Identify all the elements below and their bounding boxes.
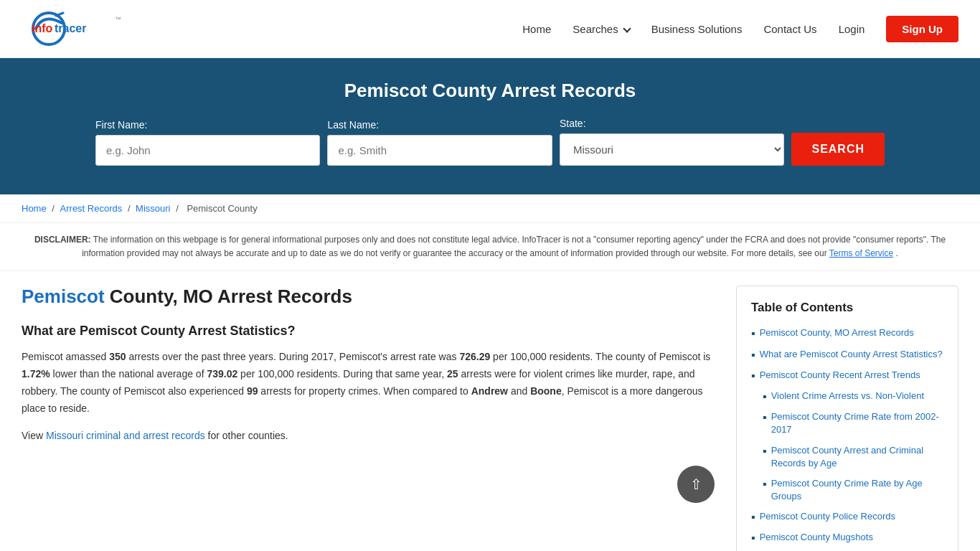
nav-login[interactable]: Login <box>839 23 865 35</box>
breadcrumb-arrest-records[interactable]: Arrest Records <box>60 203 123 214</box>
view-text: View <box>22 430 46 441</box>
breadcrumb-home[interactable]: Home <box>22 203 47 214</box>
nav-home[interactable]: Home <box>522 23 551 35</box>
svg-text:tracer: tracer <box>55 22 86 34</box>
nav-contact-us[interactable]: Contact Us <box>763 23 816 35</box>
lower-pct: 1.72% <box>22 368 50 380</box>
nav-business-solutions[interactable]: Business Solutions <box>651 23 743 35</box>
scroll-top-button[interactable]: ⇧ <box>677 466 715 503</box>
p1-compare-mid: and <box>508 385 530 397</box>
article-title-highlight: Pemiscot <box>22 286 105 307</box>
toc-heading: Table of Contents <box>751 301 943 315</box>
main-nav: Home Searches Business Solutions Contact… <box>522 16 958 42</box>
toc-link[interactable]: Pemiscot County Crime Rate by Age Groups <box>771 477 943 503</box>
property-count: 99 <box>247 385 258 397</box>
violent-count: 25 <box>447 368 458 380</box>
article-title-rest: County, MO Arrest Records <box>105 286 352 307</box>
logo-area: info tracer ™ <box>22 7 136 50</box>
main-content: Pemiscot County, MO Arrest Records What … <box>0 271 980 551</box>
article-title: Pemiscot County, MO Arrest Records <box>22 286 715 308</box>
header: info tracer ™ Home Searches Business Sol… <box>0 0 980 58</box>
toc-item: Pemiscot County Police Records <box>751 510 943 524</box>
disclaimer-text: The information on this webpage is for g… <box>82 235 946 258</box>
p1-mid6: arrests for property crimes. When compar… <box>258 385 471 397</box>
toc-link[interactable]: Pemiscot County Police Records <box>760 510 895 523</box>
disclaimer-label: DISCLAIMER: <box>34 235 91 245</box>
chevron-down-icon <box>623 24 631 32</box>
state-select[interactable]: AlabamaAlaskaArizonaArkansasCaliforniaCo… <box>560 133 784 166</box>
p1-pre: Pemiscot amassed <box>22 351 109 362</box>
toc-item: Pemiscot County Crime Rate from 2002-201… <box>751 410 943 436</box>
toc-link[interactable]: Pemiscot County Crime Rate from 2002-201… <box>771 410 943 436</box>
last-name-input[interactable] <box>327 135 552 166</box>
toc-item: Pemiscot County Recent Arrest Trends <box>751 369 943 382</box>
state-group: State: AlabamaAlaskaArizonaArkansasCalif… <box>560 118 784 166</box>
toc-item: Pemiscot County Arrest and Criminal Reco… <box>751 444 943 470</box>
breadcrumb-sep1: / <box>52 203 57 214</box>
toc-item: Pemiscot County Crime Rate by Age Groups <box>751 477 943 503</box>
national-avg: 739.02 <box>207 368 237 380</box>
first-name-group: First Name: <box>95 119 320 166</box>
nav-searches[interactable]: Searches <box>573 23 629 35</box>
search-button[interactable]: SEARCH <box>791 133 885 166</box>
svg-text:info: info <box>32 22 53 34</box>
toc-item: Violent Crime Arrests vs. Non-Violent <box>751 390 943 403</box>
stats-heading: What are Pemiscot County Arrest Statisti… <box>22 324 715 339</box>
hero-section: Pemiscot County Arrest Records First Nam… <box>0 58 980 194</box>
p1-mid4: per 100,000 residents. During that same … <box>237 368 447 380</box>
svg-text:™: ™ <box>115 16 121 23</box>
toc-link[interactable]: Pemiscot County Arrest and Criminal Reco… <box>771 444 943 470</box>
first-name-input[interactable] <box>95 135 320 166</box>
compare2: Boone <box>530 385 562 397</box>
compare1: Andrew <box>471 385 508 397</box>
p1-mid2: per 100,000 residents. The county of Pem… <box>490 351 710 362</box>
toc-link[interactable]: Pemiscot County, MO Arrest Records <box>760 326 914 339</box>
disclaimer-tos-link[interactable]: Terms of Service <box>829 248 893 258</box>
breadcrumb-sep2: / <box>128 203 133 214</box>
article-view-paragraph: View Missouri criminal and arrest record… <box>22 428 715 445</box>
disclaimer-tos-end: . <box>896 248 898 258</box>
state-label: State: <box>560 118 586 129</box>
p1-mid3: lower than the national average of <box>50 368 207 380</box>
logo: info tracer ™ <box>22 7 136 50</box>
view-end: for other counties. <box>205 430 288 441</box>
toc-list: Pemiscot County, MO Arrest RecordsWhat a… <box>751 326 943 545</box>
arrests-count: 350 <box>109 351 126 362</box>
nav-signup-button[interactable]: Sign Up <box>886 16 958 42</box>
view-records-link[interactable]: Missouri criminal and arrest records <box>46 430 205 441</box>
toc-link[interactable]: What are Pemiscot County Arrest Statisti… <box>760 348 943 361</box>
breadcrumb-sep3: / <box>176 203 181 214</box>
toc-link[interactable]: Violent Crime Arrests vs. Non-Violent <box>771 390 924 402</box>
hero-title: Pemiscot County Arrest Records <box>14 80 966 102</box>
breadcrumb-pemiscot: Pemiscot County <box>187 203 257 214</box>
arrest-rate: 726.29 <box>459 351 490 362</box>
article: Pemiscot County, MO Arrest Records What … <box>22 286 736 503</box>
toc-item: Pemiscot County, MO Arrest Records <box>751 326 943 340</box>
toc-link[interactable]: Pemiscot County Recent Arrest Trends <box>760 369 920 382</box>
p1-mid1: arrests over the past three years. Durin… <box>126 351 460 362</box>
breadcrumb-missouri[interactable]: Missouri <box>136 203 170 214</box>
disclaimer: DISCLAIMER: The information on this webp… <box>0 223 980 271</box>
first-name-label: First Name: <box>95 119 147 131</box>
sidebar-toc: Table of Contents Pemiscot County, MO Ar… <box>736 286 958 551</box>
svg-line-4 <box>56 13 63 16</box>
search-form: First Name: Last Name: State: AlabamaAla… <box>95 118 885 166</box>
breadcrumb: Home / Arrest Records / Missouri / Pemis… <box>0 194 980 223</box>
toc-item: What are Pemiscot County Arrest Statisti… <box>751 348 943 362</box>
toc-link[interactable]: Pemiscot County Mugshots <box>760 531 873 544</box>
article-paragraph1: Pemiscot amassed 350 arrests over the pa… <box>22 349 715 417</box>
last-name-group: Last Name: <box>327 119 552 166</box>
toc-item: Pemiscot County Mugshots <box>751 531 943 545</box>
last-name-label: Last Name: <box>327 119 379 131</box>
